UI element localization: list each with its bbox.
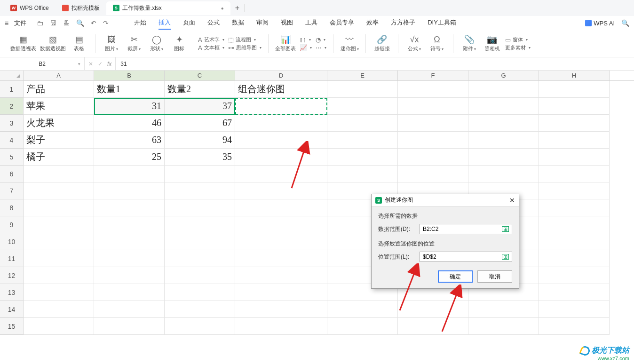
cell[interactable] bbox=[235, 267, 327, 284]
redo-icon[interactable]: ↷ bbox=[103, 19, 109, 27]
cell[interactable] bbox=[539, 301, 610, 318]
cell-E3[interactable] bbox=[327, 115, 398, 132]
cell[interactable] bbox=[24, 250, 94, 267]
cell[interactable] bbox=[468, 318, 539, 335]
cell[interactable] bbox=[165, 199, 235, 216]
row-header-4[interactable]: 4 bbox=[0, 132, 24, 149]
cell[interactable] bbox=[235, 182, 327, 199]
cell[interactable] bbox=[165, 216, 235, 233]
cancel-button[interactable]: 取消 bbox=[477, 270, 512, 283]
screenshot-button[interactable]: ✂截屏▾ bbox=[125, 35, 143, 52]
cell[interactable] bbox=[94, 267, 165, 284]
mindmap-button[interactable]: ⊶思维导图▾ bbox=[228, 44, 262, 51]
tab-diy[interactable]: DIY工具箱 bbox=[428, 16, 456, 30]
wps-ai-button[interactable]: WPS AI bbox=[585, 20, 615, 27]
cell[interactable] bbox=[24, 199, 94, 216]
row-header-5[interactable]: 5 bbox=[0, 149, 24, 166]
cell[interactable] bbox=[165, 250, 235, 267]
cell-G2[interactable] bbox=[468, 98, 539, 115]
cell[interactable] bbox=[94, 284, 165, 301]
location-range-input[interactable]: $D$2 ⊞ bbox=[420, 252, 512, 262]
cell-D1[interactable]: 组合迷你图 bbox=[235, 81, 327, 98]
row-header-2[interactable]: 2 bbox=[0, 98, 24, 115]
tab-ffgz[interactable]: 方方格子 bbox=[391, 16, 415, 30]
tab-page[interactable]: 页面 bbox=[183, 16, 195, 30]
formula-input[interactable]: 31 bbox=[116, 61, 634, 67]
tab-review[interactable]: 审阅 bbox=[256, 16, 269, 30]
chart-line-button[interactable]: 📈▾ bbox=[300, 44, 312, 51]
cell[interactable] bbox=[539, 216, 610, 233]
cell[interactable] bbox=[539, 267, 610, 284]
data-range-input[interactable]: B2:C2 ⊞ bbox=[420, 224, 512, 234]
cell[interactable] bbox=[539, 233, 610, 250]
tab-start[interactable]: 开始 bbox=[134, 16, 146, 30]
chart-pie-button[interactable]: ◔▾ bbox=[316, 36, 326, 43]
row-header-13[interactable]: 13 bbox=[0, 284, 24, 301]
cell-D3[interactable] bbox=[235, 115, 327, 132]
cell[interactable] bbox=[24, 182, 94, 199]
col-header-A[interactable]: A bbox=[24, 71, 94, 80]
cell[interactable] bbox=[235, 318, 327, 335]
cell[interactable] bbox=[327, 318, 398, 335]
cell[interactable] bbox=[24, 267, 94, 284]
cell-H4[interactable] bbox=[539, 132, 610, 149]
cell-E2[interactable] bbox=[327, 98, 398, 115]
cell[interactable] bbox=[165, 284, 235, 301]
confirm-icon[interactable]: ✓ bbox=[98, 61, 103, 67]
app-tab-daoke[interactable]: 找稻壳模板 bbox=[55, 1, 106, 15]
cell[interactable] bbox=[94, 250, 165, 267]
cell[interactable] bbox=[327, 301, 398, 318]
row-header-1[interactable]: 1 bbox=[0, 81, 24, 98]
cell[interactable] bbox=[235, 199, 327, 216]
tab-member[interactable]: 会员专享 bbox=[330, 16, 354, 30]
icon-button[interactable]: ✦图标 bbox=[170, 35, 189, 52]
cell-B5[interactable]: 25 bbox=[94, 149, 165, 166]
cell-C2[interactable]: 37 bbox=[165, 98, 235, 115]
hamburger-icon[interactable]: ≡ bbox=[5, 19, 8, 27]
cell[interactable] bbox=[539, 318, 610, 335]
cell-G5[interactable] bbox=[468, 149, 539, 166]
cell-D2[interactable] bbox=[235, 98, 327, 115]
cell-C3[interactable]: 67 bbox=[165, 115, 235, 132]
cell-F3[interactable] bbox=[398, 115, 468, 132]
cell[interactable] bbox=[539, 250, 610, 267]
cell[interactable] bbox=[398, 318, 468, 335]
tab-formula[interactable]: 公式 bbox=[207, 16, 220, 30]
cell-H2[interactable] bbox=[539, 98, 610, 115]
cell-B1[interactable]: 数量1 bbox=[94, 81, 165, 98]
wordart-button[interactable]: A艺术字▾ bbox=[198, 36, 224, 43]
cell[interactable] bbox=[165, 318, 235, 335]
row-header-15[interactable]: 15 bbox=[0, 318, 24, 335]
range-picker-icon[interactable]: ⊞ bbox=[502, 254, 509, 260]
cell-B4[interactable]: 63 bbox=[94, 132, 165, 149]
cell[interactable] bbox=[165, 166, 235, 182]
row-header-12[interactable]: 12 bbox=[0, 267, 24, 284]
form-button[interactable]: ▭窗体▾ bbox=[505, 36, 531, 43]
pivot-table-button[interactable]: ▦数据透视表 bbox=[10, 35, 36, 52]
cell-G1[interactable] bbox=[468, 81, 539, 98]
cell[interactable] bbox=[539, 199, 610, 216]
row-header-9[interactable]: 9 bbox=[0, 216, 24, 233]
cell-F1[interactable] bbox=[398, 81, 468, 98]
hyperlink-button[interactable]: 🔗超链接 bbox=[372, 35, 391, 52]
name-box[interactable]: B2 ▾ bbox=[0, 57, 85, 70]
col-header-D[interactable]: D bbox=[235, 71, 327, 80]
cell[interactable] bbox=[94, 216, 165, 233]
cell[interactable] bbox=[235, 216, 327, 233]
cell[interactable] bbox=[235, 166, 327, 182]
camera-button[interactable]: 📷照相机 bbox=[483, 35, 501, 52]
cell[interactable] bbox=[235, 284, 327, 301]
save-icon[interactable]: 🖫 bbox=[50, 19, 56, 27]
tab-view[interactable]: 视图 bbox=[281, 16, 293, 30]
chart-bar-button[interactable]: ⫿⫿▾ bbox=[300, 36, 312, 43]
cell[interactable] bbox=[24, 166, 94, 182]
row-header-6[interactable]: 6 bbox=[0, 166, 24, 182]
cell[interactable] bbox=[24, 318, 94, 335]
row-header-10[interactable]: 10 bbox=[0, 233, 24, 250]
cell-C4[interactable]: 94 bbox=[165, 132, 235, 149]
col-header-H[interactable]: H bbox=[539, 71, 610, 80]
cell[interactable] bbox=[94, 301, 165, 318]
cell[interactable] bbox=[327, 166, 398, 182]
tab-data[interactable]: 数据 bbox=[232, 16, 244, 30]
shapes-button[interactable]: ◯形状▾ bbox=[147, 35, 166, 52]
